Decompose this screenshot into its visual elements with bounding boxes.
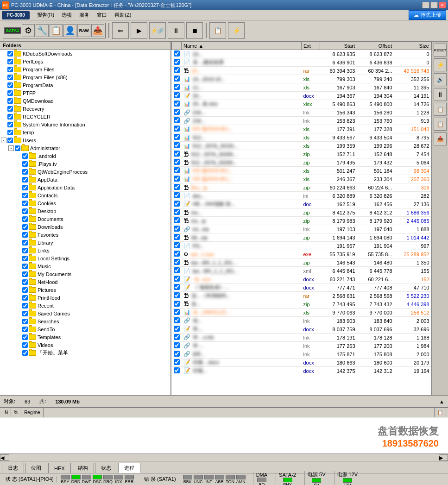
tree-checkbox[interactable]: [22, 248, 28, 253]
row-checkbox[interactable]: [174, 126, 180, 132]
table-row[interactable]: 🔗 华 ... lnk 177 263 177 200 1 984: [172, 342, 431, 350]
row-check-cell[interactable]: [172, 300, 182, 309]
row-check-cell[interactable]: [172, 292, 182, 300]
table-row[interactable]: 📝 对视... docx 142 375 142 312 19 164: [172, 367, 431, 375]
row-checkbox[interactable]: [174, 92, 180, 98]
table-row[interactable]: 📊 10...2019.10... xls 799 303 799 240 35…: [172, 75, 431, 83]
tree-item[interactable]: Local Settings: [0, 254, 170, 262]
tree-checkbox[interactable]: [22, 342, 28, 348]
tree-expand-btn[interactable]: -: [1, 138, 6, 143]
table-row[interactable]: 🗜 ins...ip zip 8 179 983 8 179 920 2 445…: [172, 217, 431, 225]
tree-checkbox[interactable]: [22, 161, 28, 167]
tree-checkbox[interactable]: [22, 256, 28, 261]
scroll-track[interactable]: [9, 454, 439, 461]
tree-item[interactable]: KDubaSoftDownloads: [0, 50, 170, 57]
file-table[interactable]: Name ▲ Ext Start Offset Size 📄 10... 8 6…: [171, 42, 431, 395]
row-check-cell[interactable]: [172, 100, 182, 108]
row-check-cell[interactable]: [172, 342, 182, 350]
tree-item[interactable]: 「开始」菜单: [0, 349, 170, 357]
row-check-cell[interactable]: [172, 317, 182, 325]
table-row[interactable]: 🗜 业...（华润锦州... rar 2 568 631 2 568 568 5…: [172, 292, 431, 300]
table-row[interactable]: 🗜 Bro...ip zip 60 224 663 60 224 6... 30…: [172, 183, 431, 192]
col-start-header[interactable]: Start: [320, 42, 357, 50]
tree-item[interactable]: Library: [0, 239, 170, 246]
tree-item[interactable]: System Volume Information: [0, 120, 170, 128]
row-checkbox[interactable]: [174, 251, 180, 257]
tree-item[interactable]: PrintHood: [0, 294, 170, 302]
tree-checkbox[interactable]: [7, 122, 13, 127]
tree-checkbox[interactable]: [22, 240, 28, 246]
row-checkbox[interactable]: [174, 109, 180, 115]
tree-item[interactable]: Pictures: [0, 286, 170, 294]
tool-nav-button[interactable]: ⇐: [112, 22, 129, 39]
menu-item-options[interactable]: 选项: [58, 11, 76, 19]
tool-stop-button[interactable]: ⏹: [186, 22, 203, 39]
tree-item[interactable]: QMDownload: [0, 97, 170, 105]
row-checkbox[interactable]: [174, 234, 180, 240]
cloud-upload-button[interactable]: ☁ 抢先上传: [409, 10, 446, 20]
row-check-cell[interactable]: [172, 200, 182, 208]
table-row[interactable]: 🔗 234... lnk 156 343 156 280 1 228: [172, 108, 431, 117]
row-checkbox[interactable]: [174, 309, 180, 315]
tree-checkbox[interactable]: [22, 295, 28, 301]
minimize-button[interactable]: _: [422, 2, 429, 8]
table-row[interactable]: 🗜 10... rar 60 394 303 60 394 2... 49 91…: [172, 67, 431, 75]
tree-item[interactable]: Program Files (x86): [0, 73, 170, 81]
table-row[interactable]: 📊 8月 版2019.08 (... xls 177 391 177 328 1…: [172, 125, 431, 133]
tool-user-button[interactable]: 👤: [63, 24, 76, 37]
row-check-cell[interactable]: [172, 275, 182, 283]
tree-item[interactable]: Saved Games: [0, 309, 170, 317]
table-row[interactable]: 🗜 ins... zip 8 412 375 8 412 312 1 686 3…: [172, 208, 431, 217]
table-row[interactable]: 🔗 Int...lnk lnk 197 103 197 040 1 888: [172, 225, 431, 233]
tree-checkbox[interactable]: [22, 271, 28, 277]
row-check-cell[interactable]: [172, 242, 182, 250]
row-check-cell[interactable]: [172, 359, 182, 367]
tab-process[interactable]: 进程: [118, 463, 140, 473]
table-row[interactable]: 📝 ~$...ocx docx 60 221 743 60 221 6... 1…: [172, 275, 431, 283]
row-check-cell[interactable]: [172, 325, 182, 334]
tree-checkbox[interactable]: [22, 334, 28, 340]
tree-checkbox[interactable]: [7, 98, 13, 104]
tree-item[interactable]: Recent: [0, 302, 170, 309]
row-check-cell[interactable]: [172, 67, 182, 75]
row-checkbox[interactable]: [174, 59, 180, 65]
row-checkbox[interactable]: [174, 367, 180, 373]
row-check-cell[interactable]: [172, 50, 182, 58]
row-check-cell[interactable]: [172, 217, 182, 225]
tree-checkbox[interactable]: [22, 319, 28, 324]
table-row[interactable]: 📊 9月 版2019.09 (... xls 246 367 233 304 2…: [172, 175, 431, 183]
table-row[interactable]: 🗜 iW...zip zip 1 694 143 1 694 080 1 014…: [172, 233, 431, 242]
tree-item[interactable]: Downloads: [0, 223, 170, 231]
table-row[interactable]: 📄 东 ...建设发票 6 436 901 6 436 838 0: [172, 58, 431, 67]
tree-checkbox[interactable]: [22, 232, 28, 238]
row-checkbox[interactable]: [174, 50, 180, 57]
tool-pause-button[interactable]: ⏸: [168, 22, 184, 39]
row-check-cell[interactable]: [172, 334, 182, 342]
tree-item[interactable]: Favorites: [0, 231, 170, 239]
tree-checkbox[interactable]: [22, 224, 28, 230]
row-check-cell[interactable]: [172, 158, 182, 167]
maximize-button[interactable]: □: [430, 2, 438, 8]
right-btn-2[interactable]: ⚡: [434, 58, 447, 71]
row-check-cell[interactable]: [172, 225, 182, 233]
row-check-cell[interactable]: [172, 150, 182, 158]
tool-run-button[interactable]: ⚡: [228, 22, 245, 39]
tree-checkbox[interactable]: [7, 59, 13, 64]
row-checkbox[interactable]: [174, 242, 180, 248]
row-check-cell[interactable]: [172, 267, 182, 275]
row-checkbox[interactable]: [174, 117, 180, 123]
menu-item-window[interactable]: 窗口: [93, 11, 111, 19]
row-checkbox[interactable]: [174, 201, 180, 207]
table-row[interactable]: 📝 20... docx 194 367 194 304 14 191: [172, 92, 431, 100]
menu-item-service[interactable]: 服务: [76, 11, 93, 19]
tree-item[interactable]: .android: [0, 152, 170, 160]
tool-raw-button[interactable]: RAW: [77, 24, 90, 37]
tool-export-button[interactable]: 📤: [91, 24, 104, 37]
row-checkbox[interactable]: [174, 134, 180, 140]
tree-expand-btn[interactable]: -: [8, 145, 14, 151]
table-row[interactable]: ⚙ sel...1.exe exe 55 735 919 55 735 8...…: [172, 250, 431, 258]
close-button[interactable]: ✕: [439, 2, 446, 8]
tree-item[interactable]: Music: [0, 262, 170, 270]
table-row[interactable]: 🗜 东... zip 7 743 495 7 743 432 4 446 398: [172, 300, 431, 309]
table-row[interactable]: 📄 10... 8 623 935 8 623 872 0: [172, 50, 431, 58]
